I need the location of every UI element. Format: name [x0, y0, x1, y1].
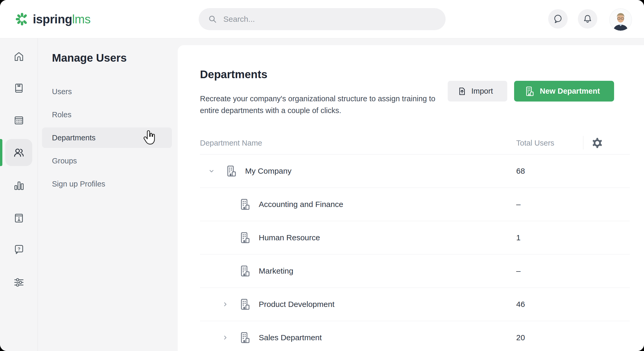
- departments-page: Departments Recreate your company's orga…: [178, 45, 644, 351]
- expander: [220, 233, 230, 242]
- department-building-icon: [225, 165, 237, 177]
- expander: [220, 200, 230, 209]
- chevron-right-icon: [222, 334, 228, 341]
- brand-logo[interactable]: ispringlms: [15, 0, 91, 38]
- department-name: Product Development: [259, 300, 335, 309]
- search-icon: [208, 15, 217, 24]
- table-header: Department Name Total Users: [200, 132, 630, 155]
- info-book-icon: [13, 212, 25, 224]
- help-bubble-icon: ?: [13, 244, 25, 255]
- nav-courses[interactable]: [13, 82, 25, 94]
- manage-users-nav: Users Roles Departments Groups Sign up P…: [38, 80, 178, 195]
- expand-row-chevron[interactable]: [220, 333, 230, 342]
- total-users-value: 1: [516, 233, 583, 242]
- avatar-photo: [610, 9, 632, 31]
- nav-calendar[interactable]: [13, 114, 25, 126]
- new-department-label: New Department: [540, 87, 600, 95]
- total-users-value: 68: [516, 167, 583, 176]
- app-window: ispringlms: [0, 0, 644, 351]
- table-row[interactable]: Sales Department 20: [200, 321, 630, 351]
- users-icon: [13, 147, 25, 159]
- department-building-icon: [239, 198, 251, 210]
- svg-text:?: ?: [18, 247, 20, 252]
- expander: [220, 266, 230, 276]
- total-users-value: –: [516, 200, 583, 209]
- page-description: Recreate your company's organizational s…: [200, 93, 436, 116]
- department-name: My Company: [245, 167, 292, 176]
- chevron-right-icon: [222, 301, 228, 307]
- department-building-icon: [239, 265, 251, 277]
- nav-catalog[interactable]: [13, 212, 25, 224]
- departments-table: Department Name Total Users: [200, 132, 630, 351]
- department-name-cell: Product Development: [200, 298, 516, 310]
- import-label: Import: [471, 87, 493, 95]
- sidebar-item-roles[interactable]: Roles: [38, 103, 178, 126]
- table-row[interactable]: Human Resource 1: [200, 221, 630, 254]
- expand-row-chevron[interactable]: [220, 300, 230, 309]
- column-total-users: Total Users: [516, 139, 583, 147]
- nav-settings[interactable]: [13, 276, 25, 288]
- department-building-icon: [239, 232, 251, 244]
- sidebar-item-users[interactable]: Users: [38, 80, 178, 103]
- table-row[interactable]: Marketing –: [200, 254, 630, 288]
- department-name-cell: Sales Department: [200, 332, 516, 344]
- content-area: ? Manage Users Users Roles Departments G…: [0, 38, 644, 351]
- page-title: Departments: [200, 68, 267, 81]
- bell-icon: [582, 14, 593, 24]
- nav-home[interactable]: [13, 50, 25, 62]
- table-row[interactable]: My Company 68: [200, 155, 630, 188]
- total-users-value: –: [516, 267, 583, 275]
- sliders-icon: [13, 276, 25, 288]
- column-department-name: Department Name: [200, 139, 516, 147]
- manage-users-panel: Manage Users Users Roles Departments Gro…: [38, 38, 178, 351]
- home-icon: [13, 51, 25, 62]
- sidebar-item-signup-profiles[interactable]: Sign up Profiles: [38, 172, 178, 195]
- header-divider: [583, 136, 583, 150]
- calendar-icon: [13, 114, 25, 126]
- table-body: My Company 68 Accounting and Finance – H…: [200, 155, 630, 351]
- global-search[interactable]: [199, 8, 446, 30]
- department-name: Human Resource: [259, 233, 320, 242]
- chevron-down-icon: [208, 168, 215, 174]
- panel-title: Manage Users: [52, 52, 127, 64]
- department-name-cell: My Company: [200, 165, 516, 177]
- department-name: Sales Department: [259, 333, 322, 342]
- messages-button[interactable]: [548, 9, 568, 29]
- nav-reports[interactable]: [13, 180, 25, 192]
- department-name-cell: Accounting and Finance: [200, 198, 516, 210]
- brand-name: ispringlms: [33, 12, 91, 26]
- book-icon: [13, 82, 25, 94]
- collapse-row-chevron[interactable]: [207, 166, 216, 176]
- department-building-icon: [239, 298, 251, 310]
- notifications-button[interactable]: [578, 9, 597, 29]
- ispring-flower-icon: [15, 12, 29, 26]
- sidebar-item-departments[interactable]: Departments: [38, 126, 178, 149]
- top-bar: ispringlms: [0, 0, 644, 38]
- department-name-cell: Human Resource: [200, 232, 516, 244]
- department-name: Accounting and Finance: [259, 200, 343, 209]
- nav-users[interactable]: [13, 147, 25, 159]
- sidebar-item-groups[interactable]: Groups: [38, 149, 178, 172]
- main-nav-rail: ?: [0, 38, 38, 351]
- total-users-value: 20: [516, 333, 583, 342]
- chat-bubble-icon: [553, 14, 563, 24]
- table-row[interactable]: Accounting and Finance –: [200, 188, 630, 221]
- bar-chart-icon: [13, 180, 25, 192]
- department-name: Marketing: [259, 267, 293, 275]
- search-input[interactable]: [223, 14, 408, 24]
- table-settings-gear-icon[interactable]: [592, 137, 603, 148]
- selected-accent-bar: [0, 139, 2, 166]
- total-users-value: 46: [516, 300, 583, 309]
- department-name-cell: Marketing: [200, 265, 516, 277]
- building-icon: [524, 86, 535, 97]
- nav-help[interactable]: ?: [13, 243, 25, 256]
- import-button[interactable]: Import: [448, 81, 507, 102]
- import-upload-icon: [457, 87, 467, 96]
- department-building-icon: [239, 332, 251, 344]
- table-row[interactable]: Product Development 46: [200, 288, 630, 321]
- new-department-button[interactable]: New Department: [514, 81, 614, 102]
- user-avatar[interactable]: [610, 9, 632, 31]
